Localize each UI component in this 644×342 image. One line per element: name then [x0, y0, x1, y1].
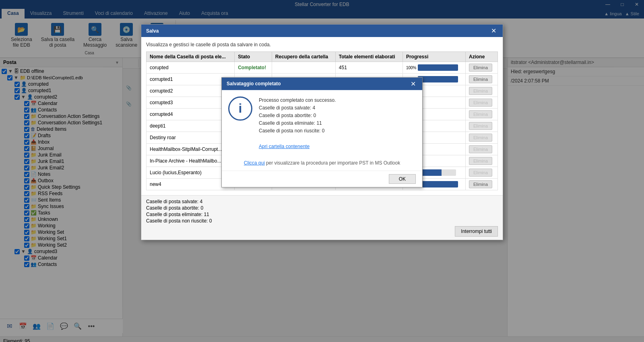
elimina-new4[interactable]: Elimina	[469, 180, 492, 188]
success-text: Processo completato con successo. Casell…	[259, 96, 416, 150]
elimina-corupted[interactable]: Elimina	[469, 64, 492, 72]
col-total: Totale elementi elaborati	[335, 52, 402, 62]
footer-aborted: Caselle di posta abortite: 0	[146, 205, 498, 211]
col-action: Azione	[465, 52, 497, 62]
success-dialog-title: Salvataggio completato ✕	[222, 77, 422, 90]
row-action: Elimina	[465, 179, 497, 190]
success-dialog-ok-area: OK	[222, 171, 422, 187]
save-dialog-description: Visualizza e gestisci le caselle di post…	[146, 42, 498, 47]
elimina-health[interactable]: Elimina	[469, 145, 492, 153]
row-action: Elimina	[465, 120, 497, 132]
row-total: 451	[335, 62, 402, 74]
footer-deleted: Caselle di posta eliminate: 11	[146, 212, 498, 217]
success-title-text: Salvataggio completato	[227, 81, 281, 87]
row-status: Completato!	[235, 62, 272, 74]
elimina-corrupted4[interactable]: Elimina	[469, 110, 492, 118]
elimina-lucio[interactable]: Elimina	[469, 169, 492, 177]
elimina-inplace[interactable]: Elimina	[469, 157, 492, 165]
row-action: Elimina	[465, 167, 497, 179]
table-row-corupted: corupted Completato! 451 100% Elimina	[147, 62, 498, 74]
save-dialog-close-button[interactable]: ✕	[489, 27, 498, 35]
success-dialog-close[interactable]: ✕	[409, 80, 417, 87]
col-progress: Progressi	[402, 52, 465, 62]
row-action: Elimina	[465, 74, 497, 85]
success-line-2: Caselle di posta abortite: 0	[259, 112, 416, 119]
row-action: Elimina	[465, 155, 497, 167]
ok-button[interactable]: OK	[389, 174, 416, 184]
row-action: Elimina	[465, 62, 497, 74]
open-folder-link[interactable]: Apri cartella contenente	[259, 143, 310, 149]
col-recovery: Recupero della cartella	[272, 52, 335, 62]
footer-failed: Caselle di posta non riuscite: 0	[146, 218, 498, 224]
import-pst-text: per visualizzare la procedura per import…	[266, 160, 400, 166]
elimina-destiny[interactable]: Elimina	[469, 134, 492, 142]
success-line-4: Caselle di posta non riuscite: 0	[259, 127, 416, 135]
clicca-qui-link[interactable]: Clicca qui	[244, 160, 265, 166]
modal-overlay: Salva ✕ Visualizza e gestisci le caselle…	[0, 0, 644, 342]
row-name: corupted	[147, 62, 235, 74]
success-line-1: Caselle di posta salvate: 4	[259, 104, 416, 112]
row-progress: 100%	[402, 62, 465, 74]
save-dialog-title: Salva	[146, 28, 159, 34]
elimina-corrupted1[interactable]: Elimina	[469, 75, 492, 83]
save-dialog: Salva ✕ Visualizza e gestisci le caselle…	[141, 24, 503, 240]
interrupt-area: Interrompi tutti	[146, 226, 498, 237]
row-action: Elimina	[465, 97, 497, 109]
row-action: Elimina	[465, 85, 497, 97]
success-message: Processo completato con successo.	[259, 96, 416, 104]
elimina-corrupted2[interactable]: Elimina	[469, 87, 492, 95]
elimina-corrupted3[interactable]: Elimina	[469, 99, 492, 107]
row-action: Elimina	[465, 132, 497, 144]
col-name: Nome della Casella di posta ele...	[147, 52, 235, 62]
save-dialog-titlebar: Salva ✕	[141, 25, 503, 37]
save-dialog-footer: Caselle di posta salvate: 4 Caselle di p…	[141, 195, 503, 240]
row-recovery	[272, 62, 335, 74]
success-dialog-bottom: Clicca qui per visualizzare la procedura…	[222, 157, 422, 171]
footer-saved: Caselle di posta salvate: 4	[146, 199, 498, 204]
success-dialog: Salvataggio completato ✕ i Processo comp…	[221, 77, 423, 187]
success-line-3: Caselle di posta eliminate: 11	[259, 119, 416, 127]
interrupt-button[interactable]: Interrompi tutti	[455, 226, 498, 237]
success-dialog-body: i Processo completato con successo. Case…	[222, 90, 422, 157]
info-icon: i	[228, 96, 252, 120]
elimina-deepti1[interactable]: Elimina	[469, 122, 492, 130]
row-action: Elimina	[465, 144, 497, 155]
row-action: Elimina	[465, 109, 497, 120]
col-status: Stato	[235, 52, 272, 62]
